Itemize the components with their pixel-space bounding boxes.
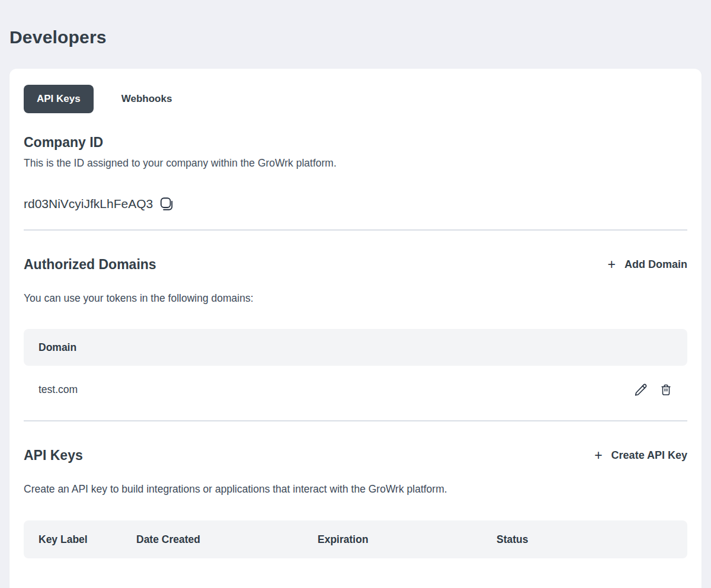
tab-webhooks[interactable]: Webhooks <box>108 85 185 113</box>
authorized-domains-description: You can use your tokens in the following… <box>24 292 687 305</box>
divider <box>24 229 687 231</box>
column-header-status: Status <box>497 533 672 546</box>
delete-icon[interactable] <box>659 383 672 397</box>
tab-api-keys[interactable]: API Keys <box>24 85 94 113</box>
authorized-domains-header-row: Authorized Domains + Add Domain <box>24 257 687 273</box>
row-actions <box>634 383 672 397</box>
domain-cell: test.com <box>39 384 78 396</box>
create-api-key-button[interactable]: + Create API Key <box>594 449 687 462</box>
company-id-description: This is the ID assigned to your company … <box>24 157 687 170</box>
domain-table-header: Domain <box>24 329 687 366</box>
edit-icon[interactable] <box>634 383 648 397</box>
table-row: test.com <box>24 366 687 420</box>
page-title: Developers <box>9 27 711 47</box>
domain-column-header: Domain <box>39 341 76 354</box>
company-id-section: Company ID This is the ID assigned to yo… <box>24 135 687 212</box>
tab-bar: API Keys Webhooks <box>24 85 687 113</box>
company-id-row: rd03NiVcyiJfkLhFeAQ3 <box>24 196 687 212</box>
company-id-value: rd03NiVcyiJfkLhFeAQ3 <box>24 197 153 211</box>
plus-icon: + <box>594 449 602 462</box>
developers-card: API Keys Webhooks Company ID This is the… <box>9 69 702 588</box>
api-keys-heading: API Keys <box>24 448 83 464</box>
api-keys-description: Create an API key to build integrations … <box>24 483 687 496</box>
divider <box>24 420 687 421</box>
api-keys-table-header: Key Label Date Created Expiration Status <box>24 520 687 558</box>
plus-icon: + <box>608 258 616 271</box>
authorized-domains-heading: Authorized Domains <box>24 257 156 273</box>
company-id-heading: Company ID <box>24 135 687 151</box>
column-header-date-created: Date Created <box>136 533 318 546</box>
create-api-key-label: Create API Key <box>611 449 687 462</box>
add-domain-label: Add Domain <box>624 258 687 271</box>
column-header-key-label: Key Label <box>39 533 136 546</box>
api-keys-header-row: API Keys + Create API Key <box>24 448 687 464</box>
copy-icon[interactable] <box>159 196 174 212</box>
column-header-expiration: Expiration <box>318 533 497 546</box>
add-domain-button[interactable]: + Add Domain <box>608 258 687 271</box>
